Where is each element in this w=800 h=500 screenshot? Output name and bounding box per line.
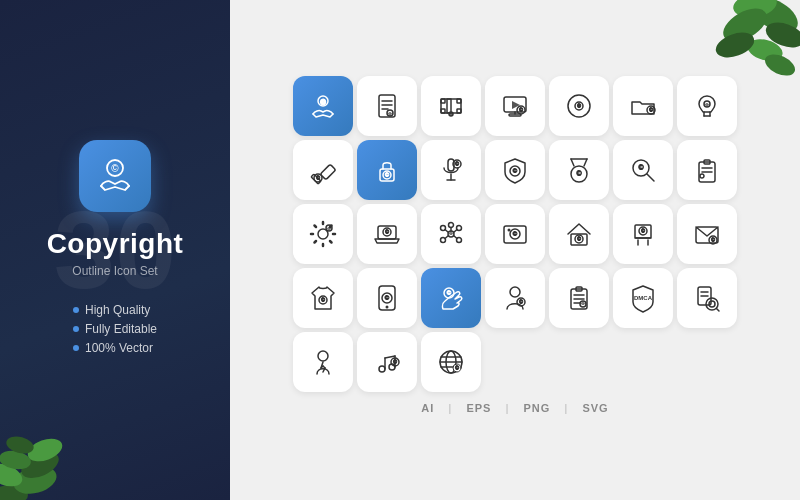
bullet-3 [73,345,79,351]
format-png: PNG [524,402,551,414]
svg-rect-26 [447,99,451,113]
svg-text:©: © [389,111,392,116]
svg-text:©: © [316,175,320,181]
svg-text:©: © [450,231,453,236]
left-panel: 30 © Copyright Outline Icon Set High Qua… [0,0,230,500]
svg-rect-22 [441,99,445,103]
svg-text:©: © [111,163,119,174]
format-ai: AI [421,402,434,414]
svg-line-128 [717,309,720,312]
icon-clipboard [677,140,737,200]
icon-photo-copyright: © [485,204,545,264]
svg-text:©: © [455,161,459,167]
svg-text:©: © [320,99,326,106]
plant-decoration-left [0,420,80,500]
svg-rect-23 [441,109,445,113]
empty-cell [485,332,545,392]
svg-text:©: © [321,297,325,303]
svg-text:©: © [711,237,715,243]
separator-2: | [505,402,509,414]
icon-settings-copyright: © [293,204,353,264]
separator-3: | [564,402,568,414]
product-subtitle: Outline Icon Set [72,264,157,278]
svg-text:©: © [513,231,518,237]
icon-folder: © [613,76,673,136]
svg-text:©: © [576,170,582,177]
svg-line-84 [445,230,449,233]
icon-video-player: © [485,76,545,136]
icon-laptop-copyright: © [357,204,417,264]
feature-item-2: Fully Editable [73,322,157,336]
icon-film-strip: © [421,76,481,136]
svg-point-135 [379,366,385,372]
svg-text:©: © [393,359,397,365]
icon-clipboard-dmca: © [549,268,609,328]
icon-mic-stand: © [421,140,481,200]
product-title: Copyright [47,228,184,260]
svg-text:©: © [519,299,523,305]
bullet-2 [73,326,79,332]
svg-text:©: © [577,103,581,109]
svg-text:©: © [450,113,453,117]
svg-text:©: © [385,295,390,301]
footer-formats: AI | EPS | PNG | SVG [421,402,608,414]
icon-music-copyright: © [357,332,417,392]
right-panel: © © © © © © © © © © © [230,0,800,500]
icon-person-copyright: © [485,268,545,328]
icons-grid: © © © © © © © © © © © [293,76,737,392]
icon-lock-copyright: © [357,140,417,200]
svg-text:©: © [582,301,585,306]
format-svg: SVG [582,402,608,414]
icon-network-copyright: © [421,204,481,264]
feature-item-3: 100% Vector [73,341,157,355]
icon-medal: © [549,140,609,200]
icon-hand-copyright: © [421,268,481,328]
svg-text:©: © [447,290,452,296]
features-list: High Quality Fully Editable 100% Vector [73,298,157,360]
feature-item-1: High Quality [73,303,157,317]
svg-point-92 [508,229,511,232]
svg-point-113 [510,287,520,297]
icon-search-doc [677,268,737,328]
icon-search-copyright: © [613,140,673,200]
logo-icon: © [79,140,151,212]
format-eps: EPS [466,402,491,414]
svg-line-87 [454,236,458,239]
svg-text:©: © [519,107,523,113]
icon-shield-copyright: © [485,140,545,200]
icon-copyright-doc: © [357,76,417,136]
svg-text:DMCA: DMCA [634,295,653,301]
svg-text:©: © [328,226,331,231]
svg-text:©: © [638,164,644,171]
bullet-1 [73,307,79,313]
icon-copyright-hands: © [293,76,353,136]
icon-dmca-badge: DMCA [613,268,673,328]
icon-globe-copyright: © [421,332,481,392]
icon-painting: © [613,204,673,264]
icon-hammer: © [293,140,353,200]
svg-point-130 [318,351,328,361]
icon-disc: © [549,76,609,136]
icon-shirt-copyright: © [293,268,353,328]
svg-text:©: © [513,168,518,174]
svg-text:©: © [641,228,645,234]
svg-point-70 [700,174,704,178]
icon-person-tie [293,332,353,392]
svg-text:©: © [385,172,389,178]
svg-text:©: © [577,236,581,242]
icon-mail-copyright: © [677,204,737,264]
svg-line-85 [454,230,458,233]
svg-text:©: © [385,229,389,235]
svg-text:©: © [706,102,709,107]
svg-text:©: © [455,365,459,371]
svg-rect-24 [457,99,461,103]
svg-point-110 [386,306,389,309]
separator-1: | [448,402,452,414]
svg-text:©: © [649,107,653,113]
icon-house-copyright: © [549,204,609,264]
svg-rect-25 [457,109,461,113]
svg-line-64 [647,174,654,181]
svg-line-86 [445,236,449,239]
icon-tablet-copyright: © [357,268,417,328]
icon-lightbulb: © [677,76,737,136]
